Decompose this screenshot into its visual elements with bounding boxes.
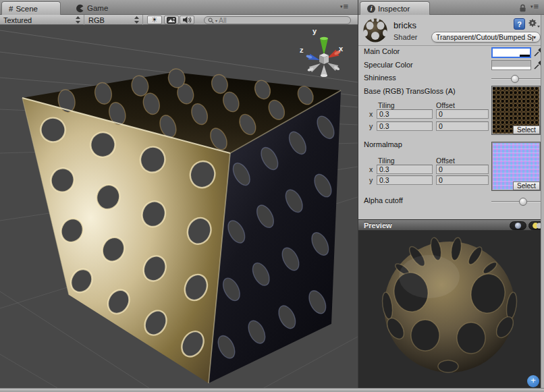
inspector-edge-strip	[541, 15, 544, 388]
add-button[interactable]: +	[527, 375, 539, 387]
shader-label: Shader	[393, 33, 417, 41]
main-color-swatch[interactable]	[491, 47, 531, 58]
y-axis-cone[interactable]	[320, 37, 328, 40]
inspector-panel: i Inspector ▾ ≡	[358, 0, 544, 392]
base-offset-x-field[interactable]	[436, 109, 489, 119]
color-mode-value: RGB	[88, 16, 105, 24]
specular-color-swatch[interactable]	[491, 60, 531, 70]
speaker-icon	[183, 16, 192, 24]
slider-thumb[interactable]	[519, 198, 527, 206]
offset-header: Offset	[436, 101, 455, 109]
scene-panel: # Scene Game ▾ ≡ Textured R	[0, 0, 358, 392]
gizmo-z-label: z	[300, 46, 304, 54]
x-row-label: x	[369, 110, 373, 118]
scene-3d-viewport[interactable]: y x z	[0, 25, 358, 388]
slider-track	[491, 201, 543, 202]
search-input[interactable]	[219, 16, 327, 24]
gizmo-y-label: y	[312, 27, 317, 35]
inspector-tabstrip: i Inspector ▾ ≡	[358, 0, 544, 15]
shininess-label: Shininess	[364, 74, 396, 82]
caret-icon: ▾	[340, 4, 343, 9]
render-mode-dropdown[interactable]: Textured	[0, 15, 84, 25]
scene-tabstrip: # Scene Game ▾ ≡	[0, 0, 358, 15]
lighting-toggle-button[interactable]: ☀	[147, 16, 162, 24]
base-offset-y-field[interactable]	[436, 121, 489, 131]
preview-header[interactable]: Preview	[358, 219, 541, 231]
material-header: bricks Shader Transparent/Cutout/Bumped …	[358, 15, 544, 46]
sun-icon: ☀	[151, 16, 158, 24]
image-icon	[167, 17, 176, 24]
game-pacman-icon	[76, 4, 84, 13]
sphere-icon	[514, 222, 522, 229]
base-map-label: Base (RGB) TransGloss (A)	[364, 87, 456, 95]
x-row-label: x	[369, 165, 373, 173]
base-texture-select-button[interactable]: Select	[513, 125, 540, 134]
normal-offset-y-field[interactable]	[436, 175, 489, 185]
offset-header: Offset	[436, 157, 455, 165]
info-icon: i	[367, 5, 375, 13]
gizmo-x-label: x	[339, 45, 344, 53]
y-row-label: y	[369, 176, 373, 184]
base-tiling-x-field[interactable]	[377, 109, 433, 119]
preview-title: Preview	[364, 221, 392, 229]
scene-panel-menu[interactable]: ▾ ≡	[340, 3, 348, 10]
menu-icon: ≡	[534, 3, 539, 10]
tab-game-label: Game	[87, 4, 108, 12]
alpha-cutoff-label: Alpha cutoff	[364, 196, 403, 204]
material-preview-viewport[interactable]	[358, 231, 541, 388]
main-color-label: Main Color	[364, 47, 400, 55]
base-texture-thumbnail[interactable]: Select	[491, 86, 541, 135]
shininess-slider[interactable]	[491, 74, 543, 84]
gear-menu-icon[interactable]	[528, 18, 541, 30]
specular-color-label: Specular Color	[364, 61, 413, 69]
shader-dropdown[interactable]: Transparent/Cutout/Bumped Spe ▾	[431, 32, 541, 43]
tiling-header: Tiling	[378, 157, 395, 165]
normal-texture-thumbnail[interactable]: Select	[491, 142, 541, 191]
inspector-panel-menu[interactable]: ▾ ≡	[531, 3, 539, 10]
normal-texture-select-button[interactable]: Select	[513, 181, 540, 190]
specular-alpha-bar	[492, 67, 531, 69]
render-mode-value: Textured	[3, 16, 32, 24]
material-sphere-icon	[362, 17, 389, 44]
base-tiling-y-field[interactable]	[377, 121, 433, 131]
tab-game[interactable]: Game	[69, 1, 115, 15]
render-effects-button[interactable]	[164, 16, 179, 24]
search-icon	[208, 18, 214, 24]
gizmo-center-cube[interactable]	[319, 53, 329, 64]
shader-value: Transparent/Cutout/Bumped Spe	[436, 33, 533, 41]
alpha-cutoff-slider[interactable]	[491, 197, 543, 206]
tab-inspector-label: Inspector	[378, 5, 410, 13]
normal-tiling-x-field[interactable]	[377, 165, 433, 174]
tab-scene[interactable]: # Scene	[1, 1, 61, 15]
material-name: bricks	[393, 20, 416, 30]
scene-grid-icon: #	[9, 5, 13, 13]
tab-scene-label: Scene	[16, 5, 38, 13]
y-row-label: y	[369, 122, 373, 130]
window-bottom-edge	[0, 388, 544, 392]
normalmap-label: Normalmap	[364, 140, 402, 148]
main-color-alpha-bar	[520, 55, 530, 57]
lock-icon[interactable]	[519, 4, 526, 12]
updown-arrows-icon	[134, 16, 139, 24]
scene-search[interactable]: ▾	[204, 16, 351, 24]
caret-icon: ▾	[531, 4, 533, 9]
slider-thumb[interactable]	[511, 75, 519, 83]
help-icon[interactable]: ?	[514, 18, 525, 30]
unity-editor-window: # Scene Game ▾ ≡ Textured R	[0, 0, 544, 392]
tiling-header: Tiling	[378, 101, 395, 109]
color-mode-dropdown[interactable]: RGB	[85, 15, 143, 25]
normal-tiling-y-field[interactable]	[377, 175, 433, 185]
updown-arrows-icon	[76, 16, 80, 24]
preview-mesh-button[interactable]	[510, 221, 526, 230]
caret-icon: ▾	[533, 34, 536, 40]
menu-icon: ≡	[344, 3, 349, 10]
tab-inspector[interactable]: i Inspector	[360, 1, 430, 15]
scene-toolbar: Textured RGB ☀	[0, 15, 358, 25]
audio-toggle-button[interactable]	[180, 16, 194, 24]
search-filter-caret-icon[interactable]: ▾	[215, 18, 217, 23]
normal-offset-x-field[interactable]	[436, 165, 489, 174]
